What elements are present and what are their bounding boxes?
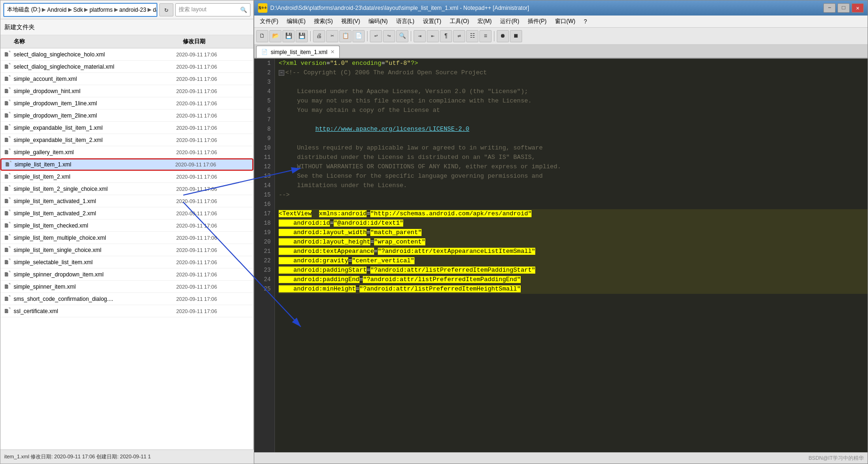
menu-item[interactable]: 工具(O) (446, 16, 473, 26)
toolbar-find[interactable]: 🔍 (396, 30, 408, 42)
file-item[interactable]: 🗎simple_list_item_checked.xml2020-09-11 … (0, 220, 253, 232)
toolbar-open[interactable]: 📂 (269, 30, 282, 42)
toolbar-format3[interactable]: ☷ (466, 30, 478, 42)
toolbar-outdent[interactable]: ⇤ (427, 30, 439, 42)
toolbar-format2[interactable]: ⇌ (453, 30, 465, 42)
maximize-button[interactable]: □ (837, 3, 850, 13)
file-item[interactable]: 🗎simple_list_item_1.xml2020-09-11 17:06 (0, 158, 253, 171)
file-date: 2020-09-11 17:06 (176, 125, 251, 131)
file-item[interactable]: 🗎simple_list_item_2_single_choice.xml202… (0, 183, 253, 195)
file-item[interactable]: 🗎simple_expandable_list_item_1.xml2020-0… (0, 122, 253, 134)
file-item[interactable]: 🗎simple_list_item_2.xml2020-09-11 17:06 (0, 171, 253, 183)
file-item[interactable]: 🗎simple_account_item.xml2020-09-11 17:06 (0, 73, 253, 85)
toolbar-paste[interactable]: 📄 (352, 30, 365, 42)
file-item[interactable]: 🗎simple_expandable_list_item_2.xml2020-0… (0, 134, 253, 146)
column-header: 名称 修改日期 (0, 35, 253, 48)
xml-file-icon: 🗎 (2, 124, 11, 132)
file-list: 🗎select_dialog_singlechoice_holo.xml2020… (0, 48, 253, 450)
tb-sep-1 (310, 31, 311, 41)
code-line: android:id="@android:id/text1" (279, 219, 868, 228)
file-item[interactable]: 🗎select_dialog_singlechoice_holo.xml2020… (0, 48, 253, 61)
menu-item[interactable]: ? (580, 17, 591, 26)
tab-icon: 📄 (261, 49, 268, 55)
file-name: simple_account_item.xml (14, 76, 176, 82)
toolbar-format1[interactable]: ¶ (440, 30, 452, 42)
code-line: android:textAppearance="?android:attr/te… (279, 247, 868, 256)
menu-item[interactable]: 宏(M) (474, 16, 495, 26)
code-line (279, 115, 868, 125)
menu-item[interactable]: 编码(N) (365, 16, 391, 26)
file-date: 2020-09-11 17:06 (176, 235, 251, 241)
code-line: android:layout_height="wrap_content" (279, 237, 868, 247)
minimize-button[interactable]: − (823, 3, 836, 13)
menu-item[interactable]: 语言(L) (392, 16, 418, 26)
toolbar-save[interactable]: 💾 (282, 30, 295, 42)
file-name: simple_list_item_multiple_choice.xml (14, 235, 176, 241)
file-date: 2020-09-11 17:06 (176, 247, 251, 253)
path-android: Android (47, 7, 66, 13)
address-bar-path[interactable]: 本地磁盘 (D:) ▶ Android ▶ Sdk ▶ platforms ▶ … (3, 3, 157, 17)
file-name: simple_list_item_checked.xml (14, 222, 176, 229)
file-item[interactable]: 🗎simple_list_item_single_choice.xml2020-… (0, 244, 253, 256)
xml-file-icon: 🗎 (2, 63, 11, 71)
file-item[interactable]: 🗎simple_gallery_item.xml2020-09-11 17:06 (0, 146, 253, 158)
toolbar-indent[interactable]: ⇥ (414, 30, 426, 42)
search-icon[interactable]: 🔍 (240, 7, 247, 13)
toolbar-saveall[interactable]: 💾 (296, 30, 308, 42)
nav-refresh-button[interactable]: ↻ (159, 3, 173, 16)
code-line: android:layout_width="match_parent" (279, 228, 868, 237)
menu-item[interactable]: 运行(R) (496, 16, 523, 26)
toolbar-redo[interactable]: ↪ (383, 30, 395, 42)
file-item[interactable]: 🗎simple_selectable_list_item.xml2020-09-… (0, 256, 253, 268)
toolbar-cut[interactable]: ✂ (326, 30, 338, 42)
menu-item[interactable]: 视图(V) (337, 16, 364, 26)
close-button[interactable]: ✕ (852, 3, 864, 13)
toolbar-undo[interactable]: ↩ (370, 30, 382, 42)
notepad-toolbar: 🗋 📂 💾 💾 🖨 ✂ 📋 📄 ↩ ↪ 🔍 ⇥ ⇤ ¶ ⇌ ☷ ≡ ⏺ ⏹ (254, 28, 868, 45)
xml-file-icon: 🗎 (2, 258, 11, 267)
xml-file-icon: 🗎 (2, 99, 11, 108)
fold-icon[interactable]: − (279, 70, 284, 76)
file-date: 2020-09-11 17:06 (176, 137, 251, 143)
file-item[interactable]: 🗎simple_spinner_dropdown_item.xml2020-09… (0, 268, 253, 281)
menu-item[interactable]: 搜索(S) (310, 16, 336, 26)
toolbar-macro[interactable]: ⏺ (497, 30, 509, 42)
active-tab[interactable]: 📄 simple_list_item_1.xml ✕ (256, 46, 340, 58)
toolbar-format4[interactable]: ≡ (479, 30, 492, 42)
file-item[interactable]: 🗎simple_list_item_activated_2.xml2020-09… (0, 207, 253, 220)
file-date: 2020-09-11 17:06 (176, 296, 251, 302)
xml-file-icon: 🗎 (2, 197, 11, 205)
toolbar-copy[interactable]: 📋 (339, 30, 352, 42)
new-folder-button[interactable]: 新建文件夹 (4, 23, 35, 31)
tab-close-button[interactable]: ✕ (330, 49, 335, 55)
menu-item[interactable]: 插件(P) (524, 16, 550, 26)
address-bar: 本地磁盘 (D:) ▶ Android ▶ Sdk ▶ platforms ▶ … (0, 0, 253, 19)
status-text: item_1.xml 修改日期: 2020-09-11 17:06 创建日期: … (4, 453, 151, 460)
line-number: 23 (258, 266, 271, 275)
file-item[interactable]: 🗎simple_dropdown_hint.xml2020-09-11 17:0… (0, 85, 253, 97)
toolbar-new[interactable]: 🗋 (256, 30, 268, 42)
file-item[interactable]: 🗎select_dialog_singlechoice_material.xml… (0, 61, 253, 73)
file-name: ssl_certificate.xml (14, 308, 176, 315)
col-name-header: 名称 (0, 38, 178, 46)
file-item[interactable]: 🗎simple_list_item_activated_1.xml2020-09… (0, 195, 253, 207)
file-name: simple_spinner_item.xml (14, 283, 176, 290)
file-item[interactable]: 🗎ssl_certificate.xml2020-09-11 17:06 (0, 305, 253, 317)
menu-item[interactable]: 窗口(W) (551, 16, 579, 26)
xml-file-icon: 🗎 (2, 234, 11, 242)
code-line: Licensed under the Apache License, Versi… (279, 87, 868, 96)
toolbar-print[interactable]: 🖨 (313, 30, 325, 42)
file-item[interactable]: 🗎simple_spinner_item.xml2020-09-11 17:06 (0, 281, 253, 293)
menu-item[interactable]: 设置(T) (419, 16, 445, 26)
file-item[interactable]: 🗎simple_list_item_multiple_choice.xml202… (0, 232, 253, 244)
toolbar-macrostop[interactable]: ⏹ (510, 30, 522, 42)
file-item[interactable]: 🗎sms_short_code_confirmation_dialog....2… (0, 293, 253, 305)
file-item[interactable]: 🗎simple_dropdown_item_1line.xml2020-09-1… (0, 97, 253, 110)
file-item[interactable]: 🗎simple_dropdown_item_2line.xml2020-09-1… (0, 110, 253, 122)
search-box[interactable]: 搜索 layout 🔍 (175, 3, 250, 16)
code-content[interactable]: <?xml version="1.0" encoding="utf-8"?>−<… (275, 59, 868, 452)
file-date: 2020-09-11 17:06 (176, 113, 251, 118)
menu-item[interactable]: 编辑(E) (283, 16, 309, 26)
menu-item[interactable]: 文件(F) (256, 16, 282, 26)
line-number: 16 (258, 200, 271, 209)
